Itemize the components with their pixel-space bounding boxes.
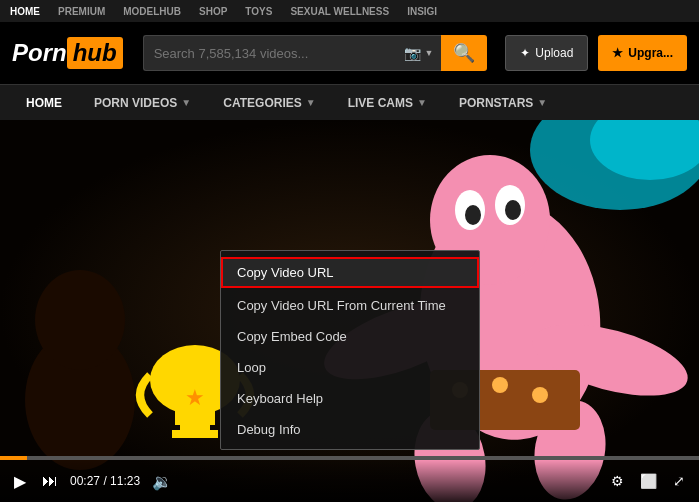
nav-home[interactable]: HOME [10, 85, 78, 121]
theater-mode-button[interactable]: ⬜ [636, 473, 661, 489]
nav-live-cams[interactable]: LIVE CAMS ▼ [332, 85, 443, 121]
search-input[interactable] [143, 35, 397, 71]
upload-button[interactable]: ✦ Upload [505, 35, 588, 71]
topnav-shop[interactable]: SHOP [199, 6, 227, 17]
svg-rect-20 [172, 430, 218, 438]
camera-icon: 📷 [404, 45, 421, 61]
upgrade-label: Upgra... [628, 46, 673, 60]
video-background: ★ Copy Video URL Copy Video URL From Cur… [0, 120, 699, 502]
volume-button[interactable]: 🔉 [148, 472, 176, 491]
theater-icon: ⬜ [640, 473, 657, 489]
context-menu-copy-url-time[interactable]: Copy Video URL From Current Time [221, 290, 479, 321]
search-bar: 📷 ▼ 🔍 [143, 35, 488, 71]
topnav-modelhub[interactable]: MODELHUB [123, 6, 181, 17]
chevron-down-icon: ▼ [181, 97, 191, 108]
skip-button[interactable]: ⏭ [38, 472, 62, 490]
logo-hub-text: hub [67, 37, 123, 69]
svg-text:★: ★ [185, 385, 205, 410]
nav-pornstars-label: PORNSTARS [459, 96, 533, 110]
current-time: 00:27 [70, 474, 100, 488]
context-menu-loop[interactable]: Loop [221, 352, 479, 383]
chevron-down-icon: ▼ [537, 97, 547, 108]
nav-porn-videos-label: PORN VIDEOS [94, 96, 177, 110]
camera-search-button[interactable]: 📷 ▼ [396, 35, 441, 71]
context-menu-debug-info[interactable]: Debug Info [221, 414, 479, 445]
fullscreen-button[interactable]: ⤢ [669, 473, 689, 489]
site-logo[interactable]: Porn hub [12, 37, 123, 69]
time-display: 00:27 / 11:23 [70, 474, 140, 488]
topnav-sexual-wellness[interactable]: SEXUAL WELLNESS [290, 6, 389, 17]
context-menu-copy-embed[interactable]: Copy Embed Code [221, 321, 479, 352]
upload-icon: ✦ [520, 46, 530, 60]
context-menu: Copy Video URL Copy Video URL From Curre… [220, 250, 480, 450]
topnav-premium[interactable]: PREMIUM [58, 6, 105, 17]
total-time: 11:23 [110, 474, 140, 488]
topnav-home[interactable]: HOME [10, 6, 40, 17]
logo-porn-text: Porn [12, 39, 67, 67]
chevron-down-icon: ▼ [417, 97, 427, 108]
nav-porn-videos[interactable]: PORN VIDEOS ▼ [78, 85, 207, 121]
star-icon: ★ [612, 46, 623, 60]
skip-icon: ⏭ [42, 472, 58, 489]
chevron-down-icon: ▼ [306, 97, 316, 108]
fullscreen-icon: ⤢ [673, 473, 685, 489]
top-navigation: HOME PREMIUM MODELHUB SHOP TOYS SEXUAL W… [0, 0, 699, 22]
nav-categories-label: CATEGORIES [223, 96, 301, 110]
site-header: Porn hub 📷 ▼ 🔍 ✦ Upload ★ Upgra... [0, 22, 699, 84]
svg-point-8 [505, 200, 521, 220]
settings-button[interactable]: ⚙ [607, 473, 628, 489]
upgrade-button[interactable]: ★ Upgra... [598, 35, 687, 71]
topnav-insights[interactable]: INSIGI [407, 6, 437, 17]
search-icon: 🔍 [453, 43, 475, 63]
svg-point-16 [532, 387, 548, 403]
play-button[interactable]: ▶ [10, 472, 30, 491]
play-icon: ▶ [14, 473, 26, 490]
search-button[interactable]: 🔍 [441, 35, 487, 71]
video-controls: ▶ ⏭ 00:27 / 11:23 🔉 ⚙ ⬜ ⤢ [0, 460, 699, 502]
upload-label: Upload [535, 46, 573, 60]
context-menu-keyboard-help[interactable]: Keyboard Help [221, 383, 479, 414]
nav-home-label: HOME [26, 96, 62, 110]
context-menu-copy-url[interactable]: Copy Video URL [221, 257, 479, 288]
svg-point-15 [492, 377, 508, 393]
settings-icon: ⚙ [611, 473, 624, 489]
camera-dropdown-icon: ▼ [424, 48, 433, 58]
svg-point-7 [465, 205, 481, 225]
secondary-navigation: HOME PORN VIDEOS ▼ CATEGORIES ▼ LIVE CAM… [0, 84, 699, 120]
topnav-toys[interactable]: TOYS [245, 6, 272, 17]
svg-point-23 [35, 270, 125, 370]
nav-pornstars[interactable]: PORNSTARS ▼ [443, 85, 563, 121]
nav-live-cams-label: LIVE CAMS [348, 96, 413, 110]
video-container[interactable]: ★ Copy Video URL Copy Video URL From Cur… [0, 120, 699, 502]
volume-icon: 🔉 [152, 473, 172, 490]
nav-categories[interactable]: CATEGORIES ▼ [207, 85, 331, 121]
